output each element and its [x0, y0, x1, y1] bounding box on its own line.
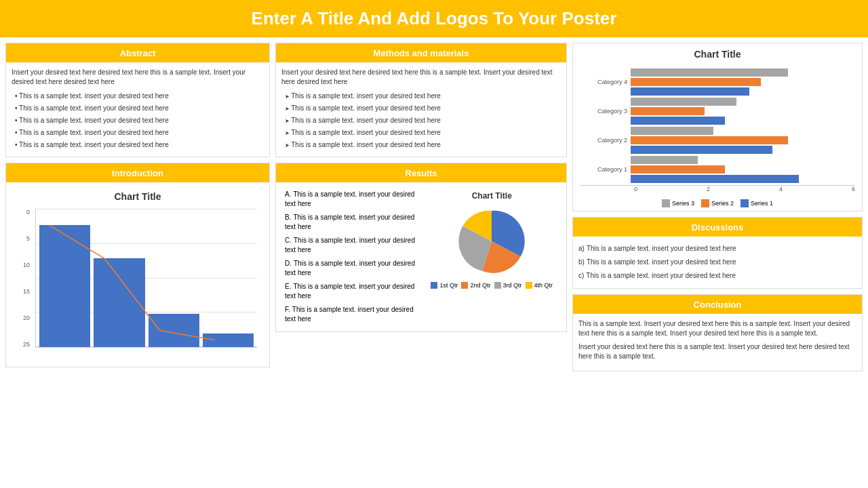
methods-title: Methods and materials — [374, 48, 469, 58]
y-axis: 25 20 15 10 5 0 — [12, 209, 32, 348]
bar-label: Category 2 — [580, 137, 631, 144]
right-column: Chart Title Category 4 Category — [572, 43, 863, 483]
legend-label-s1: Series 1 — [751, 200, 773, 207]
list-item: E.This is a sample text. insert your des… — [285, 280, 420, 303]
abstract-title: Abstract — [120, 48, 156, 58]
bar-set — [631, 127, 855, 154]
legend-label: 1st Qtr — [439, 282, 458, 289]
bar-s2 — [631, 165, 725, 174]
conclusion-section: Conclusion This is a sample text. Insert… — [572, 294, 863, 371]
legend-item-s2: Series 2 — [701, 199, 734, 207]
chart-title-section: Chart Title Category 4 Category — [572, 43, 863, 211]
methods-list: This is a sample text. insert your desir… — [281, 90, 561, 151]
bar-label: Category 1 — [580, 166, 631, 173]
slide-title: Enter A Title And Add Logos To Your Post… — [8, 8, 860, 29]
list-item: C.This is a sample text. insert your des… — [285, 234, 420, 257]
bar-group-2: Category 2 — [580, 127, 855, 154]
middle-column: Methods and materials Insert your desire… — [275, 43, 567, 483]
legend-item: 1st Qtr — [431, 282, 458, 289]
list-item: This is a sample text. insert your desir… — [285, 102, 561, 115]
bar-set — [631, 156, 855, 183]
legend-item: 3rd Qtr — [494, 282, 522, 289]
methods-body: Insert your desired text here desired te… — [276, 62, 566, 157]
x-axis: 0 2 4 6 — [580, 185, 855, 192]
list-item: This is a sample text. insert your desir… — [285, 127, 561, 139]
abstract-header: Abstract — [6, 43, 269, 62]
abstract-section: Abstract Insert your desired text here d… — [5, 43, 270, 157]
alpha-list: A.This is a sample text. insert your des… — [281, 188, 420, 326]
bar-s2 — [631, 136, 788, 144]
list-item: This is a sample text. insert your desir… — [15, 127, 264, 139]
conclusion-body: This is a sample text. Insert your desir… — [573, 314, 862, 371]
intro-chart-title: Chart Title — [12, 191, 264, 202]
results-header: Results — [276, 163, 566, 182]
introduction-header: Introduction — [6, 163, 269, 182]
introduction-body: Chart Title 25 20 15 10 5 0 — [6, 182, 269, 367]
legend-item: 2nd Qtr — [461, 282, 490, 289]
conclusion-p1: This is a sample text. Insert your desir… — [578, 319, 856, 338]
discussions-body: a)This is a sample text. insert your des… — [573, 237, 862, 288]
list-item: This is a sample text. insert your desir… — [285, 139, 561, 151]
legend-label: 4th Qtr — [534, 282, 553, 289]
legend-label: 2nd Qtr — [470, 282, 490, 289]
bar-s1 — [631, 117, 725, 125]
results-title: Results — [406, 168, 437, 178]
conclusion-header: Conclusion — [573, 295, 862, 314]
abstract-intro: Insert your desired text here desired te… — [12, 68, 264, 87]
results-pie-chart: Chart Title — [423, 188, 561, 326]
legend-dot-s1 — [741, 199, 749, 207]
methods-intro: Insert your desired text here desired te… — [281, 68, 561, 87]
bar-s3 — [631, 98, 736, 106]
bar-group-1: Category 1 — [580, 156, 855, 183]
list-item: A.This is a sample text. insert your des… — [285, 188, 420, 211]
legend-color — [526, 282, 532, 289]
pie-chart-title: Chart Title — [472, 191, 512, 201]
bar-s3 — [631, 68, 788, 77]
chart-legend: Series 3 Series 2 Series 1 — [573, 199, 862, 207]
results-list: A.This is a sample text. insert your des… — [281, 188, 420, 326]
legend-label: 3rd Qtr — [503, 282, 522, 289]
conclusion-p2: Insert your desired text here this is a … — [578, 342, 856, 361]
h-bar-chart: Category 4 Category 3 — [573, 63, 862, 196]
slide-header: Enter A Title And Add Logos To Your Post… — [0, 0, 868, 37]
legend-dot-s3 — [662, 199, 670, 207]
abstract-list: This is a sample text. insert your desir… — [12, 90, 264, 151]
legend-item: 4th Qtr — [526, 282, 553, 289]
discussion-item-b: b)This is a sample text. insert your des… — [578, 256, 856, 269]
abstract-body: Insert your desired text here desired te… — [6, 62, 269, 157]
list-item: This is a sample text. insert your desir… — [15, 90, 264, 102]
legend-item-s1: Series 1 — [741, 199, 773, 207]
list-item: This is a sample text. insert your desir… — [15, 102, 264, 115]
discussion-item-a: a)This is a sample text. insert your des… — [578, 242, 856, 256]
discussions-header: Discussions — [573, 218, 862, 237]
bar-s1 — [631, 146, 772, 154]
bar-s1 — [631, 175, 799, 183]
list-item: B.This is a sample text. insert your des… — [285, 211, 420, 234]
left-column: Abstract Insert your desired text here d… — [5, 43, 270, 483]
discussions-section: Discussions a)This is a sample text. ins… — [572, 217, 863, 289]
legend-item-s3: Series 3 — [662, 199, 694, 207]
list-item: D.This is a sample text. insert your des… — [285, 257, 420, 280]
discussion-item-c: c)This is a sample text. insert your des… — [578, 269, 856, 283]
bar-label: Category 4 — [580, 79, 631, 85]
legend-color — [461, 282, 468, 289]
legend-dot-s2 — [701, 199, 709, 207]
legend-label-s3: Series 3 — [672, 200, 694, 207]
bar-s3 — [631, 156, 698, 164]
bar-s2 — [631, 107, 705, 115]
main-content: Abstract Insert your desired text here d… — [0, 37, 868, 488]
results-section: Results A.This is a sample text. insert … — [275, 163, 567, 332]
h-chart-title: Chart Title — [573, 49, 862, 60]
pie-legend: 1st Qtr 2nd Qtr 3rd Qtr — [431, 282, 553, 289]
list-item: This is a sample text. insert your desir… — [285, 115, 561, 127]
results-body: A.This is a sample text. insert your des… — [276, 182, 566, 331]
introduction-section: Introduction Chart Title 25 20 15 10 5 0 — [5, 163, 270, 367]
slide: Enter A Title And Add Logos To Your Post… — [0, 0, 868, 488]
list-item: F.This is a sample text. insert your des… — [285, 303, 420, 326]
bar-set — [631, 68, 855, 96]
line-chart — [36, 209, 257, 347]
conclusion-title: Conclusion — [694, 300, 742, 310]
list-item: This is a sample text. insert your desir… — [15, 115, 264, 127]
methods-header: Methods and materials — [276, 43, 566, 62]
legend-label-s2: Series 2 — [711, 200, 734, 207]
